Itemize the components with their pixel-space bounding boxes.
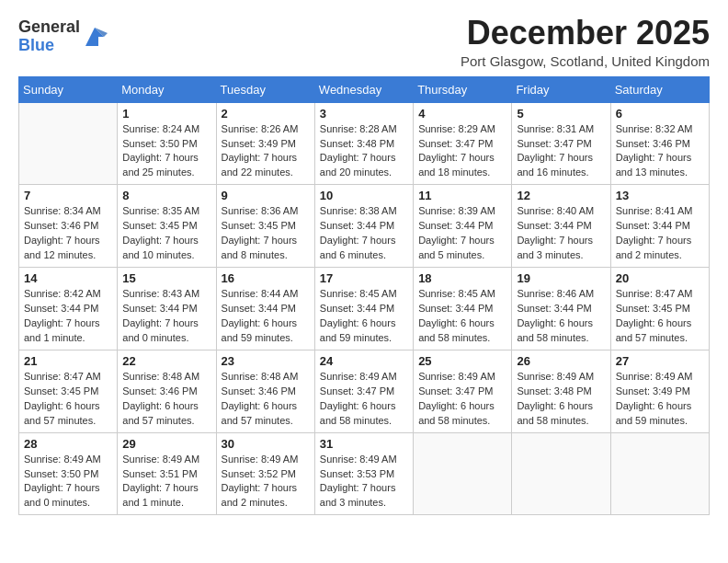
calendar-cell: 27Sunrise: 8:49 AMSunset: 3:49 PMDayligh…	[610, 350, 709, 432]
day-number: 8	[122, 189, 210, 202]
calendar-cell: 3Sunrise: 8:28 AMSunset: 3:48 PMDaylight…	[314, 102, 413, 185]
day-number: 27	[616, 354, 704, 368]
calendar-cell: 7Sunrise: 8:34 AMSunset: 3:46 PMDaylight…	[19, 185, 118, 268]
location-text: Port Glasgow, Scotland, United Kingdom	[461, 53, 710, 69]
day-info: Sunrise: 8:48 AMSunset: 3:46 PMDaylight:…	[122, 370, 210, 429]
day-info: Sunrise: 8:49 AMSunset: 3:47 PMDaylight:…	[418, 370, 506, 429]
logo-icon	[82, 24, 108, 50]
calendar-cell	[610, 432, 709, 515]
calendar-cell: 1Sunrise: 8:24 AMSunset: 3:50 PMDaylight…	[118, 102, 216, 185]
month-title: December 2025	[461, 15, 710, 52]
day-info: Sunrise: 8:45 AMSunset: 3:44 PMDaylight:…	[320, 287, 408, 346]
day-number: 3	[320, 107, 408, 121]
day-number: 5	[517, 107, 605, 121]
calendar-cell: 26Sunrise: 8:49 AMSunset: 3:48 PMDayligh…	[512, 350, 610, 432]
calendar-cell: 18Sunrise: 8:45 AMSunset: 3:44 PMDayligh…	[414, 268, 512, 350]
calendar-week-row: 28Sunrise: 8:49 AMSunset: 3:50 PMDayligh…	[19, 432, 710, 515]
day-number: 22	[122, 354, 210, 368]
day-info: Sunrise: 8:44 AMSunset: 3:44 PMDaylight:…	[222, 287, 310, 346]
day-info: Sunrise: 8:29 AMSunset: 3:47 PMDaylight:…	[418, 122, 506, 181]
day-info: Sunrise: 8:35 AMSunset: 3:45 PMDaylight:…	[122, 204, 210, 263]
calendar-week-row: 21Sunrise: 8:47 AMSunset: 3:45 PMDayligh…	[19, 350, 710, 432]
logo-blue-text: Blue	[18, 36, 54, 54]
day-number: 29	[122, 437, 210, 451]
calendar-table: SundayMondayTuesdayWednesdayThursdayFrid…	[18, 76, 710, 516]
day-info: Sunrise: 8:43 AMSunset: 3:44 PMDaylight:…	[122, 287, 210, 346]
day-number: 16	[222, 271, 310, 285]
day-info: Sunrise: 8:47 AMSunset: 3:45 PMDaylight:…	[24, 370, 112, 429]
day-info: Sunrise: 8:32 AMSunset: 3:46 PMDaylight:…	[616, 122, 704, 181]
day-number: 17	[320, 271, 408, 285]
calendar-week-row: 1Sunrise: 8:24 AMSunset: 3:50 PMDaylight…	[19, 102, 710, 185]
day-number: 21	[24, 354, 112, 368]
column-header-thursday: Thursday	[414, 76, 512, 102]
column-header-friday: Friday	[512, 76, 610, 102]
page-header: General Blue December 2025 Port Glasgow,…	[18, 15, 710, 69]
day-info: Sunrise: 8:49 AMSunset: 3:47 PMDaylight:…	[320, 370, 408, 429]
calendar-cell: 28Sunrise: 8:49 AMSunset: 3:50 PMDayligh…	[19, 432, 118, 515]
calendar-cell: 9Sunrise: 8:36 AMSunset: 3:45 PMDaylight…	[216, 185, 314, 268]
day-info: Sunrise: 8:34 AMSunset: 3:46 PMDaylight:…	[24, 204, 112, 263]
day-number: 15	[122, 271, 210, 285]
calendar-cell: 15Sunrise: 8:43 AMSunset: 3:44 PMDayligh…	[118, 268, 216, 350]
calendar-cell: 29Sunrise: 8:49 AMSunset: 3:51 PMDayligh…	[118, 432, 216, 515]
day-info: Sunrise: 8:24 AMSunset: 3:50 PMDaylight:…	[122, 122, 210, 181]
day-info: Sunrise: 8:48 AMSunset: 3:46 PMDaylight:…	[222, 370, 310, 429]
day-number: 14	[24, 271, 112, 285]
day-number: 7	[24, 189, 112, 202]
day-number: 19	[517, 271, 605, 285]
day-number: 12	[517, 189, 605, 202]
day-number: 10	[320, 189, 408, 202]
calendar-cell: 21Sunrise: 8:47 AMSunset: 3:45 PMDayligh…	[19, 350, 118, 432]
day-info: Sunrise: 8:47 AMSunset: 3:45 PMDaylight:…	[616, 287, 704, 346]
day-number: 13	[616, 189, 704, 202]
title-block: December 2025 Port Glasgow, Scotland, Un…	[461, 15, 710, 69]
day-info: Sunrise: 8:40 AMSunset: 3:44 PMDaylight:…	[517, 204, 605, 263]
calendar-cell: 24Sunrise: 8:49 AMSunset: 3:47 PMDayligh…	[314, 350, 413, 432]
calendar-header-row: SundayMondayTuesdayWednesdayThursdayFrid…	[19, 76, 710, 102]
day-number: 2	[222, 107, 310, 121]
calendar-cell: 5Sunrise: 8:31 AMSunset: 3:47 PMDaylight…	[512, 102, 610, 185]
day-number: 18	[418, 271, 506, 285]
day-number: 23	[222, 354, 310, 368]
day-number: 1	[122, 107, 210, 121]
calendar-cell: 6Sunrise: 8:32 AMSunset: 3:46 PMDaylight…	[610, 102, 709, 185]
calendar-cell	[19, 102, 118, 185]
calendar-cell: 20Sunrise: 8:47 AMSunset: 3:45 PMDayligh…	[610, 268, 709, 350]
day-info: Sunrise: 8:42 AMSunset: 3:44 PMDaylight:…	[24, 287, 112, 346]
calendar-cell: 11Sunrise: 8:39 AMSunset: 3:44 PMDayligh…	[414, 185, 512, 268]
calendar-week-row: 14Sunrise: 8:42 AMSunset: 3:44 PMDayligh…	[19, 268, 710, 350]
day-info: Sunrise: 8:49 AMSunset: 3:53 PMDaylight:…	[320, 453, 408, 511]
day-info: Sunrise: 8:26 AMSunset: 3:49 PMDaylight:…	[222, 122, 310, 181]
day-number: 26	[517, 354, 605, 368]
calendar-cell: 2Sunrise: 8:26 AMSunset: 3:49 PMDaylight…	[216, 102, 314, 185]
calendar-cell: 30Sunrise: 8:49 AMSunset: 3:52 PMDayligh…	[216, 432, 314, 515]
day-info: Sunrise: 8:45 AMSunset: 3:44 PMDaylight:…	[418, 287, 506, 346]
day-info: Sunrise: 8:46 AMSunset: 3:44 PMDaylight:…	[517, 287, 605, 346]
logo: General Blue	[18, 18, 108, 55]
day-info: Sunrise: 8:31 AMSunset: 3:47 PMDaylight:…	[517, 122, 605, 181]
day-number: 24	[320, 354, 408, 368]
column-header-sunday: Sunday	[19, 76, 118, 102]
day-number: 25	[418, 354, 506, 368]
day-info: Sunrise: 8:49 AMSunset: 3:52 PMDaylight:…	[222, 453, 310, 511]
day-number: 20	[616, 271, 704, 285]
calendar-cell	[512, 432, 610, 515]
day-info: Sunrise: 8:49 AMSunset: 3:49 PMDaylight:…	[616, 370, 704, 429]
day-info: Sunrise: 8:49 AMSunset: 3:50 PMDaylight:…	[24, 453, 112, 511]
calendar-cell: 10Sunrise: 8:38 AMSunset: 3:44 PMDayligh…	[314, 185, 413, 268]
calendar-cell	[414, 432, 512, 515]
column-header-saturday: Saturday	[610, 76, 709, 102]
day-number: 31	[320, 437, 408, 451]
calendar-cell: 13Sunrise: 8:41 AMSunset: 3:44 PMDayligh…	[610, 185, 709, 268]
day-info: Sunrise: 8:28 AMSunset: 3:48 PMDaylight:…	[320, 122, 408, 181]
calendar-cell: 14Sunrise: 8:42 AMSunset: 3:44 PMDayligh…	[19, 268, 118, 350]
day-number: 28	[24, 437, 112, 451]
column-header-wednesday: Wednesday	[314, 76, 413, 102]
calendar-cell: 4Sunrise: 8:29 AMSunset: 3:47 PMDaylight…	[414, 102, 512, 185]
calendar-cell: 25Sunrise: 8:49 AMSunset: 3:47 PMDayligh…	[414, 350, 512, 432]
day-info: Sunrise: 8:41 AMSunset: 3:44 PMDaylight:…	[616, 204, 704, 263]
column-header-tuesday: Tuesday	[216, 76, 314, 102]
day-info: Sunrise: 8:38 AMSunset: 3:44 PMDaylight:…	[320, 204, 408, 263]
calendar-cell: 17Sunrise: 8:45 AMSunset: 3:44 PMDayligh…	[314, 268, 413, 350]
